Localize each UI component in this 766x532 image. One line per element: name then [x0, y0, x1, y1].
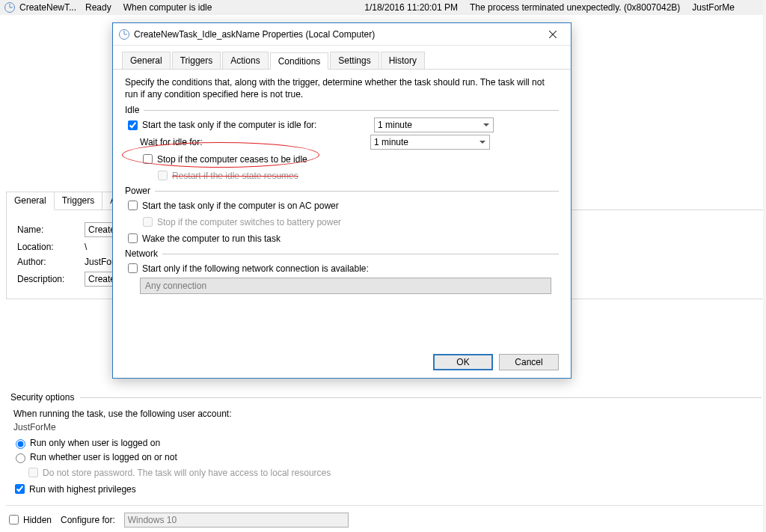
checkbox-hidden-label: Hidden [23, 515, 52, 525]
location-value: \ [85, 242, 87, 252]
idle-wait-select[interactable] [370, 135, 490, 150]
power-group-title: Power [125, 186, 150, 196]
idle-wait-label: Wait for idle for: [140, 137, 370, 147]
task-name: CreateNewT... [19, 2, 76, 13]
radio-run-logged-on[interactable] [16, 439, 25, 449]
checkbox-hidden[interactable] [9, 515, 19, 525]
network-connection-select [140, 278, 551, 294]
task-list-row[interactable]: CreateNewT... Ready When computer is idl… [0, 0, 766, 15]
dialog-title-icon [119, 29, 129, 40]
configure-for-label: Configure for: [61, 515, 115, 525]
checkbox-ac-power[interactable] [128, 201, 138, 210]
checkbox-restart-idle-label: Restart if the idle state resumes [172, 171, 298, 181]
name-label: Name: [17, 224, 77, 235]
tab-triggers[interactable]: Triggers [55, 192, 103, 210]
network-group-title: Network [125, 248, 158, 259]
checkbox-no-password-label: Do not store password. The task will onl… [43, 468, 331, 478]
task-lastresult: The process terminated unexpectedly. (0x… [470, 2, 680, 13]
checkbox-stop-idle-label: Stop if the computer ceases to be idle [157, 154, 307, 165]
checkbox-network-label: Start only if the following network conn… [142, 263, 369, 274]
task-lastrun: 1/18/2016 11:20:01 PM [364, 2, 458, 13]
task-status: Ready [85, 2, 111, 13]
checkbox-network[interactable] [128, 263, 138, 273]
checkbox-no-password [28, 468, 38, 477]
task-author: JustForMe [692, 2, 735, 13]
tab-triggers[interactable]: Triggers [172, 52, 221, 69]
tab-general[interactable]: General [7, 192, 55, 210]
properties-dialog: CreateNewTask_Idle_askName Properties (L… [112, 22, 572, 379]
security-account: JustForMe [13, 422, 762, 432]
author-label: Author: [17, 257, 77, 267]
dialog-body: Specify the conditions that, along with … [113, 70, 571, 346]
dialog-tabs: General Triggers Actions Conditions Sett… [113, 46, 571, 70]
dialog-title: CreateNewTask_Idle_askName Properties (L… [134, 29, 375, 40]
checkbox-highest-priv[interactable] [15, 484, 25, 494]
task-icon [4, 2, 15, 13]
radio-run-logged-on-label: Run only when user is logged on [30, 438, 160, 448]
checkbox-battery-stop [143, 217, 153, 227]
checkbox-stop-idle[interactable] [143, 154, 153, 164]
tab-actions[interactable]: Actions [222, 52, 268, 69]
dialog-button-row: OK Cancel [113, 346, 571, 378]
tab-settings[interactable]: Settings [330, 52, 379, 69]
security-options: Security options When running the task, … [10, 392, 762, 498]
tab-conditions[interactable]: Conditions [270, 52, 329, 70]
task-trigger: When computer is idle [123, 2, 212, 13]
tab-history[interactable]: History [381, 52, 425, 69]
checkbox-wake-label: Wake the computer to run this task [142, 233, 281, 244]
checkbox-ac-power-label: Start the task only if the computer is o… [142, 201, 339, 211]
radio-run-not-logged[interactable] [16, 453, 25, 463]
ok-button[interactable]: OK [433, 354, 493, 370]
conditions-description: Specify the conditions that, along with … [125, 77, 559, 100]
radio-run-not-logged-label: Run whether user is logged on or not [30, 452, 177, 462]
description-label: Description: [17, 274, 77, 284]
location-label: Location: [17, 242, 77, 252]
dialog-titlebar[interactable]: CreateNewTask_Idle_askName Properties (L… [113, 23, 571, 46]
security-runline: When running the task, use the following… [13, 409, 762, 419]
checkbox-battery-stop-label: Stop if the computer switches to battery… [157, 217, 341, 227]
tab-general[interactable]: General [122, 52, 171, 69]
idle-group-title: Idle [125, 105, 139, 115]
close-button[interactable] [541, 25, 565, 43]
idle-duration-select[interactable] [374, 117, 494, 132]
checkbox-idle-start[interactable] [128, 120, 138, 130]
checkbox-wake[interactable] [128, 233, 138, 243]
checkbox-idle-start-label: Start the task only if the computer is i… [142, 120, 374, 130]
checkbox-highest-priv-label: Run with highest privileges [29, 484, 136, 495]
bottom-bar: Hidden Configure for: [6, 505, 765, 529]
checkbox-restart-idle [158, 171, 168, 180]
close-icon [549, 31, 557, 38]
cancel-button[interactable]: Cancel [499, 354, 559, 370]
configure-for-select[interactable] [124, 513, 349, 528]
security-title: Security options [10, 392, 74, 403]
